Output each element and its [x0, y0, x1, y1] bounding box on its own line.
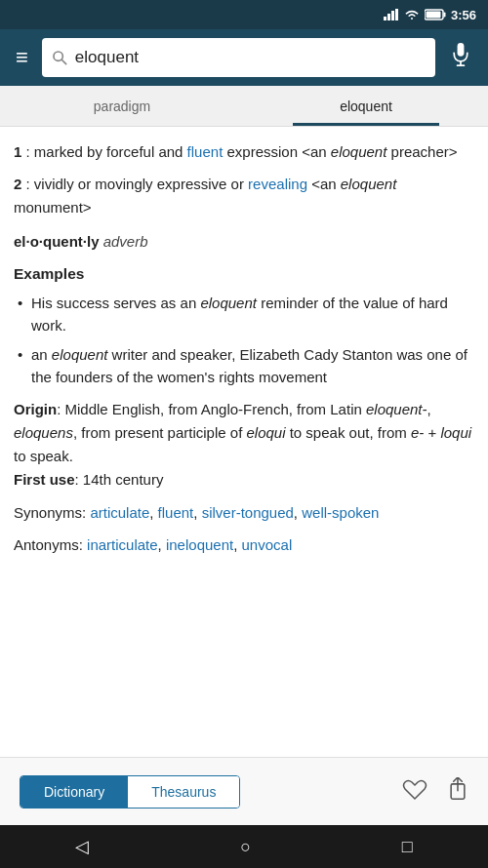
svg-rect-2: [391, 11, 394, 20]
tab-eloquent[interactable]: eloquent: [244, 86, 488, 126]
first-use-value: : 14th century: [75, 471, 164, 488]
definition-2: 2 : vividly or movingly expressive or re…: [14, 173, 474, 218]
bottom-tab-group: Dictionary Thesaurus: [20, 775, 240, 809]
synonyms-label: Synonyms: [14, 504, 82, 521]
share-button[interactable]: [447, 777, 468, 807]
status-bar: 3:56: [0, 0, 488, 29]
italic-eloquens: eloquens: [14, 424, 73, 441]
syn-sep-3: ,: [294, 504, 302, 521]
italic-e-: e-: [411, 424, 424, 441]
def-num-2: 2: [14, 176, 21, 192]
wifi-icon: [404, 9, 420, 20]
link-inarticulate[interactable]: inarticulate: [87, 536, 158, 553]
favorite-button[interactable]: [402, 777, 427, 807]
ant-sep-2: ,: [233, 536, 241, 553]
syn-sep-2: ,: [193, 504, 201, 521]
hamburger-button[interactable]: ≡: [10, 43, 34, 72]
battery-icon: [425, 9, 446, 20]
search-bar: ≡: [0, 29, 488, 86]
examples-list: His success serves as an eloquent remind…: [14, 292, 474, 388]
link-articulate[interactable]: articulate: [90, 504, 149, 521]
svg-rect-6: [426, 12, 440, 19]
svg-rect-3: [395, 9, 398, 20]
def-colon-2: :: [26, 176, 34, 192]
svg-rect-9: [458, 43, 465, 57]
android-nav-bar: ◁ ○ □: [0, 825, 488, 868]
example-2: an eloquent writer and speaker, Elizabet…: [14, 343, 474, 389]
link-well-spoken[interactable]: well-spoken: [302, 504, 379, 521]
def-colon-1: :: [26, 143, 34, 160]
mic-button[interactable]: [443, 39, 478, 76]
home-button[interactable]: ○: [221, 831, 270, 863]
origin-label: Origin: [14, 401, 57, 417]
italic-eloquent-2: eloquent: [341, 176, 397, 192]
link-fluent[interactable]: fluent: [187, 143, 224, 160]
def-num-1: 1: [14, 143, 21, 160]
antonyms-label: Antonyms: [14, 536, 79, 553]
svg-rect-1: [387, 14, 390, 20]
bottom-tabs-bar: Dictionary Thesaurus: [0, 757, 488, 825]
link-silver-tongued[interactable]: silver-tongued: [202, 504, 294, 521]
link-revealing[interactable]: revealing: [248, 176, 307, 192]
dictionary-tab-button[interactable]: Dictionary: [20, 776, 128, 808]
example-1: His success serves as an eloquent remind…: [14, 292, 474, 337]
svg-rect-0: [384, 17, 386, 20]
syn-sep-1: ,: [149, 504, 157, 521]
mic-icon: [451, 43, 470, 66]
def-text-1b: expression <an eloquent preacher>: [223, 143, 457, 160]
link-unvocal[interactable]: unvocal: [242, 536, 293, 553]
svg-rect-5: [443, 13, 445, 18]
italic-eloquent-: eloquent-: [366, 401, 427, 417]
italic-eloqui: eloqui: [246, 424, 285, 441]
ant-sep-1: ,: [158, 536, 166, 553]
tab-paradigm[interactable]: paradigm: [0, 86, 244, 126]
link-ineloquent[interactable]: ineloquent: [166, 536, 233, 553]
signal-icon: [384, 9, 399, 20]
back-button[interactable]: ◁: [56, 830, 108, 863]
status-time: 3:56: [451, 8, 476, 22]
thesaurus-tab-button[interactable]: Thesaurus: [128, 776, 239, 808]
recents-button[interactable]: □: [383, 831, 432, 863]
adverb-word: el·o·quent·ly: [14, 233, 100, 250]
adverb-line: el·o·quent·ly adverb: [14, 230, 474, 253]
italic-eloquent-ex2: eloquent: [52, 346, 108, 363]
heart-icon: [402, 777, 427, 801]
main-content: 1 : marked by forceful and fluent expres…: [0, 127, 488, 757]
def-text-1: marked by forceful and: [34, 143, 187, 160]
definition-1: 1 : marked by forceful and fluent expres…: [14, 140, 474, 163]
origin-block: Origin: Middle English, from Anglo-Frenc…: [14, 398, 474, 492]
svg-line-8: [61, 59, 66, 64]
synonyms-block: Synonyms: articulate, fluent, silver-ton…: [14, 501, 474, 524]
link-fluent-syn[interactable]: fluent: [158, 504, 194, 521]
adverb-pos: adverb: [103, 233, 148, 250]
antonyms-colon: :: [79, 536, 87, 553]
bottom-icon-group: [402, 777, 468, 807]
search-input-wrapper: [42, 38, 435, 77]
share-icon: [447, 777, 468, 801]
origin-text: : Middle English, from Anglo-French, fro…: [14, 401, 471, 464]
search-icon: [52, 50, 67, 65]
examples-title: Examples: [14, 262, 474, 286]
italic-eloquent-ex1: eloquent: [200, 295, 257, 311]
status-icons: 3:56: [384, 8, 476, 22]
first-use-label: First use: [14, 471, 75, 488]
italic-eloquent-1: eloquent: [331, 143, 387, 160]
def-text-2: vividly or movingly expressive or: [34, 176, 248, 192]
antonyms-block: Antonyms: inarticulate, ineloquent, unvo…: [14, 533, 474, 556]
search-input[interactable]: [75, 48, 426, 67]
tabs-bar: paradigm eloquent: [0, 86, 488, 127]
italic-loqui: loqui: [440, 424, 471, 441]
